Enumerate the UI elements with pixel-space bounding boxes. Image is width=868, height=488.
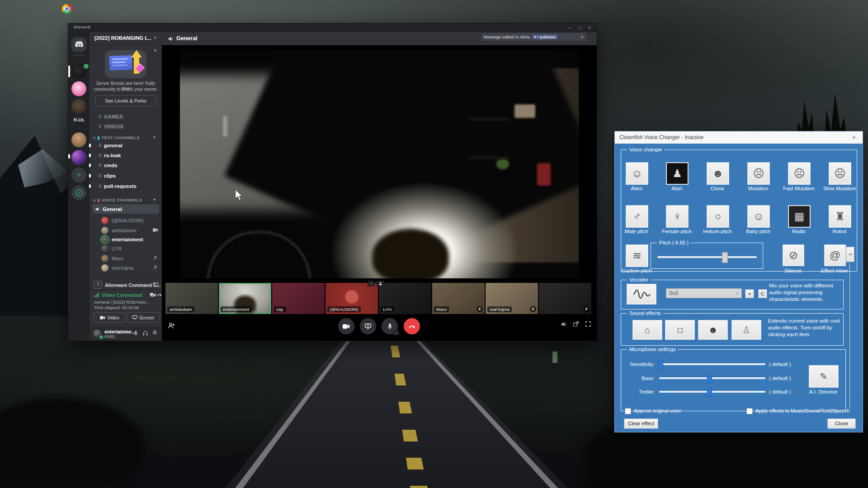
stream-monitor-icon[interactable] — [153, 282, 159, 287]
effect-female-pitch-button[interactable]: ♀ — [666, 205, 689, 228]
video-tile[interactable]: Maxo — [432, 283, 485, 314]
headphones-icon[interactable] — [142, 330, 148, 336]
video-tile-speaking[interactable]: entertainment — [219, 283, 271, 314]
vocoder-add-button[interactable]: + — [745, 289, 754, 298]
notification-banner[interactable]: Message edited in Akira, # • poketwo × — [481, 33, 586, 41]
bass-slider-track[interactable] — [659, 377, 765, 379]
collapse-strip-chip[interactable]: ⌄ — [368, 281, 375, 286]
video-tile[interactable]: (@IKAUSIONI) — [326, 283, 378, 314]
discord-titlebar[interactable]: Discord – □ × — [68, 23, 597, 32]
fullscreen-icon[interactable] — [585, 321, 591, 327]
minimize-button[interactable]: – — [565, 23, 575, 32]
voice-participant[interactable]: entertainment — [101, 236, 143, 243]
effect-clone-button[interactable]: ☻ — [707, 162, 729, 185]
voice-participant[interactable]: Maxo — [101, 255, 123, 262]
text-channels-category[interactable]: ∨ ▮ TEXT CHANNELS — [93, 135, 140, 140]
camera-off-icon[interactable] — [150, 292, 156, 297]
effect-atari-button[interactable]: ♟ — [666, 162, 689, 185]
promo-close-icon[interactable]: × — [154, 47, 157, 54]
append-original-voice-checkbox[interactable] — [625, 408, 631, 414]
voice-participant[interactable]: LIYA — [101, 245, 122, 252]
video-tile[interactable]: ambatukam — [165, 283, 218, 314]
channel-cmds[interactable]: #cmds — [99, 162, 118, 169]
server-icon-hus[interactable]: H-Us — [68, 117, 90, 122]
add-text-channel-button[interactable]: + — [153, 134, 156, 141]
apply-effects-checkbox[interactable] — [746, 408, 753, 414]
voice-participant[interactable]: real fuijma — [101, 264, 133, 272]
video-tile[interactable] — [539, 283, 591, 314]
server-icon-purple[interactable] — [71, 150, 86, 165]
side-panel-toggle-button[interactable]: -> — [846, 247, 854, 262]
effect-alien-button[interactable]: ☺ — [626, 162, 648, 185]
pitch-slider-track[interactable] — [657, 256, 757, 258]
invite-to-call-icon[interactable] — [168, 322, 175, 329]
silence-button[interactable]: ⊘ — [783, 244, 804, 266]
effect-fast-mutation-button[interactable]: ☹ — [788, 162, 811, 185]
voice-participant[interactable]: ambatukam — [101, 227, 137, 234]
effect-baby-pitch-button[interactable]: ☺ — [747, 205, 770, 228]
vocoder-c-button[interactable]: C — [758, 289, 767, 298]
effect-mixer-button[interactable]: @ — [824, 244, 846, 266]
custom-pitch-button[interactable]: ≋ — [626, 244, 648, 267]
server-header[interactable]: [2022] ROBANGING L... ∨ — [90, 32, 162, 45]
voice-channel-general[interactable]: General — [92, 204, 159, 214]
volume-icon[interactable] — [561, 321, 567, 328]
camera-toggle-button[interactable] — [338, 318, 354, 334]
notification-channel-chip[interactable]: # • poketwo — [533, 34, 557, 39]
video-tile[interactable]: LIYA — [379, 283, 431, 314]
participants-count-chip[interactable] — [376, 281, 384, 286]
voice-participant[interactable]: (@IKAUSIONI) — [101, 217, 144, 224]
channel-poll-requests[interactable]: #poll-requests — [99, 183, 137, 189]
ai-denoise-button[interactable]: ✎ — [809, 365, 839, 388]
explore-servers-button[interactable] — [71, 185, 86, 200]
add-server-button[interactable]: + — [71, 168, 86, 183]
server-icon-pink[interactable] — [71, 81, 86, 96]
popout-icon[interactable] — [573, 321, 579, 327]
video-tile[interactable]: real fuijma — [486, 283, 538, 314]
sound-cave-button[interactable]: ◘ — [665, 320, 695, 340]
close-button[interactable]: × — [585, 23, 594, 32]
effect-slow-mutation-button[interactable]: ☹ — [829, 162, 851, 185]
effect-helium-pitch-button[interactable]: ○ — [707, 205, 729, 228]
video-button[interactable]: Video — [94, 312, 126, 323]
bass-slider-thumb[interactable] — [707, 374, 712, 383]
clear-effect-button[interactable]: Clear effect — [624, 418, 658, 429]
close-icon[interactable]: × — [849, 133, 859, 142]
notification-close-icon[interactable]: × — [581, 34, 584, 40]
vocoder-select[interactable]: Bell ∨ — [666, 288, 742, 298]
gear-icon[interactable]: ⚙ — [152, 329, 157, 336]
effect-male-pitch-button[interactable]: ♂ — [626, 205, 648, 228]
maximize-button[interactable]: □ — [575, 23, 585, 32]
sound-ghost-button[interactable]: ♙ — [731, 320, 761, 340]
discord-home-button[interactable] — [71, 37, 86, 52]
sound-church-button[interactable]: ⌂ — [632, 320, 662, 340]
treble-slider-track[interactable] — [659, 391, 765, 393]
server-icon-avatar[interactable] — [71, 132, 86, 147]
screen-share-button[interactable]: Screen — [127, 312, 159, 323]
channel-games[interactable]: #GAMES — [99, 113, 123, 120]
sound-choir-button[interactable]: ☻ — [698, 320, 728, 340]
channel-videos[interactable]: #VIDEOS — [99, 123, 123, 130]
disconnect-button[interactable] — [404, 318, 420, 334]
voice-channels-category[interactable]: ∨ ▮ VOICE CHANNELS — [93, 197, 142, 202]
treble-slider-thumb[interactable] — [707, 388, 712, 397]
effect-robot-button[interactable]: ♜ — [829, 205, 851, 228]
mic-options-chevron[interactable]: ⌄ — [393, 330, 399, 335]
pitch-slider-thumb[interactable] — [722, 252, 728, 263]
video-tile[interactable]: zay. — [272, 283, 325, 314]
channel-general[interactable]: #general — [99, 142, 123, 149]
main-video-feed[interactable] — [180, 50, 579, 278]
channel-ro-leak[interactable]: #ro-leak — [99, 152, 121, 159]
create-voice-channel-button[interactable]: + — [153, 197, 156, 203]
mic-icon[interactable] — [133, 330, 139, 336]
vocoder-button[interactable] — [627, 284, 656, 305]
channel-clips[interactable]: #clips — [99, 173, 116, 179]
close-button[interactable]: Close — [827, 418, 856, 429]
clownfish-titlebar[interactable]: Clownfish Voice Changer - Inactive × — [615, 131, 863, 144]
see-levels-perks-button[interactable]: See Levels & Perks — [95, 95, 156, 106]
sensitivity-slider-track[interactable] — [659, 363, 765, 365]
effect-radio-button[interactable]: ▦ — [788, 205, 811, 228]
screenshare-toggle-button[interactable] — [360, 318, 376, 334]
effect-mutation-button[interactable]: ☹ — [747, 162, 770, 185]
server-icon-dark[interactable] — [71, 99, 86, 114]
